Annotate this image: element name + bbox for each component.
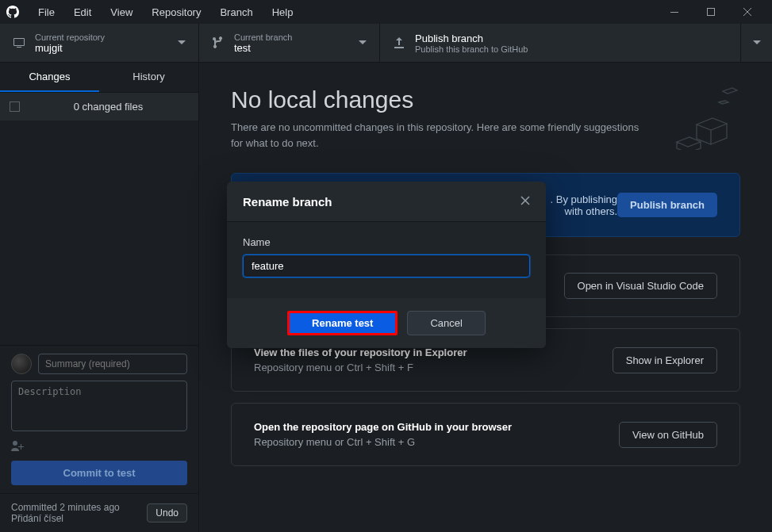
menu-file[interactable]: File — [29, 3, 64, 21]
git-branch-icon — [212, 36, 225, 49]
titlebar: File Edit View Repository Branch Help — [0, 0, 772, 24]
close-icon — [520, 196, 530, 205]
publish-card-tail1: . By publishing — [551, 193, 618, 205]
repo-label: Current repository — [35, 33, 168, 42]
dialog-close-button[interactable] — [520, 194, 530, 209]
boxes-illustration — [661, 86, 740, 150]
window-controls — [656, 0, 766, 24]
desktop-icon — [13, 36, 25, 49]
github-sub-prefix: Repository menu or — [254, 436, 347, 448]
upload-icon — [393, 36, 405, 49]
chevron-down-icon — [753, 40, 761, 45]
menubar: File Edit View Repository Branch Help — [29, 3, 302, 21]
cancel-button[interactable]: Cancel — [407, 311, 485, 335]
dialog-title: Rename branch — [243, 195, 520, 209]
avatar — [11, 354, 32, 374]
tab-changes[interactable]: Changes — [0, 63, 99, 92]
commit-button[interactable]: Commit to test — [11, 461, 187, 485]
menu-view[interactable]: View — [101, 3, 142, 21]
branch-value: test — [234, 42, 349, 54]
select-all-checkbox[interactable] — [10, 101, 20, 112]
explorer-shortcut: Ctrl + Shift + F — [347, 362, 413, 373]
chevron-down-icon — [359, 40, 367, 45]
last-commit: Committed 2 minutes ago Přidání čísel Un… — [0, 493, 198, 532]
branch-label: Current branch — [234, 33, 349, 42]
rename-submit-button[interactable]: Rename test — [287, 311, 398, 335]
page-subtitle: There are no uncommitted changes in this… — [231, 120, 645, 151]
github-shortcut: Ctrl + Shift + G — [347, 436, 415, 448]
show-in-explorer-button[interactable]: Show in Explorer — [613, 347, 717, 373]
repo-value: mujgit — [35, 42, 168, 54]
window-close-button[interactable] — [729, 0, 766, 24]
repository-selector[interactable]: Current repository mujgit — [0, 24, 199, 62]
commit-summary-input[interactable] — [38, 354, 187, 374]
github-card-title: Open the repository page on GitHub in yo… — [254, 421, 619, 433]
undo-button[interactable]: Undo — [147, 503, 187, 522]
branch-selector[interactable]: Current branch test — [199, 24, 380, 62]
chevron-down-icon — [178, 40, 186, 45]
last-commit-message: Přidání čísel — [11, 513, 120, 524]
window-maximize-button[interactable] — [693, 0, 729, 24]
menu-help[interactable]: Help — [263, 3, 303, 21]
publish-dropdown-button[interactable] — [740, 24, 772, 62]
publish-label: Publish branch — [415, 33, 728, 44]
menu-branch[interactable]: Branch — [210, 3, 262, 21]
tabs: Changes History — [0, 63, 198, 93]
page-title: No local changes — [231, 86, 645, 113]
svg-rect-1 — [708, 9, 715, 16]
publish-sub: Publish this branch to GitHub — [415, 44, 728, 54]
commit-form: Commit to test — [0, 345, 198, 493]
explorer-sub-prefix: Repository menu or — [254, 362, 347, 373]
commit-description-input[interactable] — [11, 381, 187, 431]
tab-history[interactable]: History — [99, 63, 198, 92]
explorer-card-title: View the files of your repository in Exp… — [254, 346, 613, 358]
sidebar: Changes History 0 changed files Commit t… — [0, 63, 199, 532]
last-commit-time: Committed 2 minutes ago — [11, 502, 120, 513]
open-in-vscode-button[interactable]: Open in Visual Studio Code — [564, 273, 717, 299]
branch-name-input[interactable] — [243, 255, 530, 277]
publish-card-tail2: with others. — [565, 205, 617, 217]
svg-rect-0 — [670, 12, 678, 13]
person-add-icon — [11, 441, 24, 452]
publish-branch-card-button[interactable]: Publish branch — [617, 193, 717, 217]
window-minimize-button[interactable] — [656, 0, 693, 24]
name-field-label: Name — [243, 236, 530, 248]
rename-branch-dialog: Rename branch Name Rename test Cancel — [227, 182, 546, 348]
github-logo-icon — [6, 6, 19, 18]
publish-branch-button[interactable]: Publish branch Publish this branch to Gi… — [380, 24, 740, 62]
github-card: Open the repository page on GitHub in yo… — [231, 403, 740, 466]
menu-edit[interactable]: Edit — [64, 3, 101, 21]
changed-files-header: 0 changed files — [0, 93, 198, 121]
toolbar: Current repository mujgit Current branch… — [0, 24, 772, 63]
add-coauthor-button[interactable] — [11, 441, 187, 454]
menu-repository[interactable]: Repository — [142, 3, 210, 21]
changed-files-count: 0 changed files — [28, 101, 189, 113]
view-on-github-button[interactable]: View on GitHub — [619, 422, 717, 448]
